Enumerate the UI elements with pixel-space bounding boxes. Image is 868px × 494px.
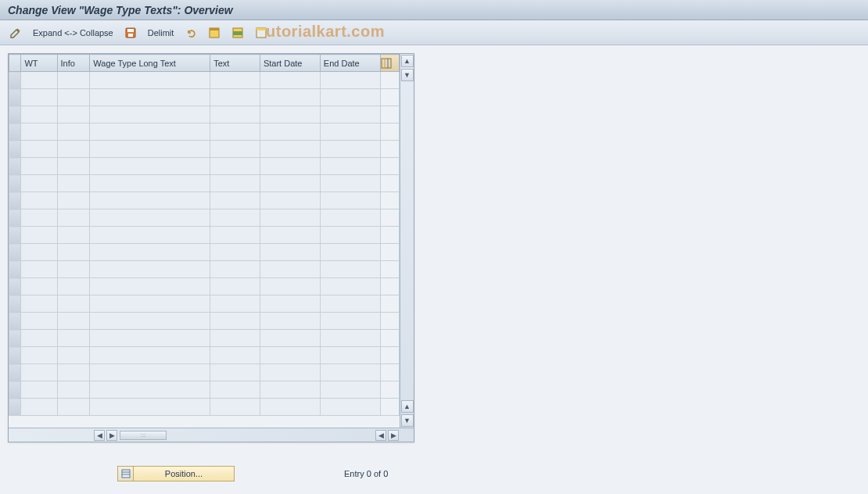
table-cell[interactable] bbox=[320, 278, 380, 295]
delimit-label[interactable]: Delimit bbox=[148, 28, 174, 38]
column-header-startdate[interactable]: Start Date bbox=[260, 55, 320, 72]
table-cell[interactable] bbox=[90, 278, 210, 295]
table-cell[interactable] bbox=[210, 399, 260, 416]
table-cell[interactable] bbox=[210, 106, 260, 123]
table-cell[interactable] bbox=[260, 261, 320, 278]
scroll-left-end-button[interactable]: ◀ bbox=[375, 430, 386, 441]
table-cell[interactable] bbox=[57, 175, 90, 192]
table-cell[interactable] bbox=[21, 295, 57, 313]
table-cell[interactable] bbox=[260, 192, 320, 209]
table-cell[interactable] bbox=[260, 72, 320, 89]
table-cell[interactable] bbox=[57, 381, 90, 399]
table-cell[interactable] bbox=[21, 141, 57, 158]
table-cell[interactable] bbox=[260, 106, 320, 123]
table-cell[interactable] bbox=[90, 244, 210, 261]
table-cell[interactable] bbox=[57, 106, 90, 123]
table-cell[interactable] bbox=[21, 381, 57, 399]
table-cell[interactable] bbox=[57, 364, 90, 381]
column-header-text[interactable]: Text bbox=[210, 55, 260, 72]
table-cell[interactable] bbox=[210, 192, 260, 209]
table-cell[interactable] bbox=[90, 158, 210, 175]
table-row[interactable] bbox=[9, 278, 400, 295]
row-selector[interactable] bbox=[9, 72, 21, 89]
table-row[interactable] bbox=[9, 347, 400, 364]
table-cell[interactable] bbox=[210, 330, 260, 347]
table-cell[interactable] bbox=[260, 158, 320, 175]
table-cell[interactable] bbox=[320, 364, 380, 381]
table-cell[interactable] bbox=[57, 227, 90, 244]
table-cell[interactable] bbox=[21, 209, 57, 227]
table-row[interactable] bbox=[9, 141, 400, 158]
table-cell[interactable] bbox=[21, 175, 57, 192]
table-cell[interactable] bbox=[21, 192, 57, 209]
horizontal-scrollbar[interactable]: ◀ ▶ ::: ◀ ▶ bbox=[9, 428, 414, 442]
table-cell[interactable] bbox=[320, 347, 380, 364]
table-cell[interactable] bbox=[320, 244, 380, 261]
table-cell[interactable] bbox=[320, 381, 380, 399]
table-cell[interactable] bbox=[210, 295, 260, 313]
table-cell[interactable] bbox=[210, 89, 260, 106]
table-cell[interactable] bbox=[57, 209, 90, 227]
table-row[interactable] bbox=[9, 261, 400, 278]
table-cell[interactable] bbox=[21, 89, 57, 106]
table-cell[interactable] bbox=[320, 89, 380, 106]
row-selector[interactable] bbox=[9, 399, 21, 416]
table-row[interactable] bbox=[9, 330, 400, 347]
page-up-button[interactable]: ▲ bbox=[401, 400, 414, 413]
table-cell[interactable] bbox=[320, 158, 380, 175]
vertical-scrollbar[interactable]: ▲ ▼ ▲ ▼ bbox=[400, 54, 414, 428]
row-selector[interactable] bbox=[9, 123, 21, 141]
row-selector[interactable] bbox=[9, 141, 21, 158]
column-header-longtext[interactable]: Wage Type Long Text bbox=[90, 55, 210, 72]
table-cell[interactable] bbox=[57, 347, 90, 364]
table-cell[interactable] bbox=[320, 399, 380, 416]
table-cell[interactable] bbox=[57, 141, 90, 158]
table-row[interactable] bbox=[9, 399, 400, 416]
table-cell[interactable] bbox=[57, 330, 90, 347]
row-selector[interactable] bbox=[9, 158, 21, 175]
table-cell[interactable] bbox=[90, 330, 210, 347]
table-cell[interactable] bbox=[90, 175, 210, 192]
table-cell[interactable] bbox=[260, 278, 320, 295]
table-cell[interactable] bbox=[21, 399, 57, 416]
table-cell[interactable] bbox=[90, 123, 210, 141]
table-cell[interactable] bbox=[320, 175, 380, 192]
row-selector[interactable] bbox=[9, 192, 21, 209]
table-cell[interactable] bbox=[260, 227, 320, 244]
table-cell[interactable] bbox=[320, 72, 380, 89]
table-cell[interactable] bbox=[21, 347, 57, 364]
row-selector[interactable] bbox=[9, 347, 21, 364]
table-cell[interactable] bbox=[320, 227, 380, 244]
table-cell[interactable] bbox=[57, 261, 90, 278]
deselect-all-button[interactable] bbox=[252, 24, 271, 41]
change-button[interactable] bbox=[6, 24, 25, 41]
table-cell[interactable] bbox=[21, 244, 57, 261]
table-cell[interactable] bbox=[210, 158, 260, 175]
scroll-up-button[interactable]: ▲ bbox=[401, 55, 414, 67]
column-header-enddate[interactable]: End Date bbox=[320, 55, 380, 72]
table-cell[interactable] bbox=[90, 227, 210, 244]
table-row[interactable] bbox=[9, 313, 400, 330]
scroll-down-button[interactable]: ▼ bbox=[401, 69, 414, 81]
table-row[interactable] bbox=[9, 89, 400, 106]
position-button[interactable]: Position... bbox=[117, 466, 235, 481]
table-cell[interactable] bbox=[57, 72, 90, 89]
table-cell[interactable] bbox=[57, 399, 90, 416]
table-cell[interactable] bbox=[320, 123, 380, 141]
table-cell[interactable] bbox=[210, 227, 260, 244]
row-selector[interactable] bbox=[9, 227, 21, 244]
page-down-button[interactable]: ▼ bbox=[401, 414, 414, 427]
table-cell[interactable] bbox=[260, 313, 320, 330]
table-cell[interactable] bbox=[21, 330, 57, 347]
table-cell[interactable] bbox=[320, 141, 380, 158]
table-cell[interactable] bbox=[210, 364, 260, 381]
table-cell[interactable] bbox=[260, 89, 320, 106]
table-cell[interactable] bbox=[21, 313, 57, 330]
table-cell[interactable] bbox=[57, 123, 90, 141]
table-cell[interactable] bbox=[210, 72, 260, 89]
table-cell[interactable] bbox=[57, 244, 90, 261]
table-cell[interactable] bbox=[21, 123, 57, 141]
select-block-button[interactable] bbox=[228, 24, 247, 41]
table-cell[interactable] bbox=[210, 244, 260, 261]
table-row[interactable] bbox=[9, 364, 400, 381]
